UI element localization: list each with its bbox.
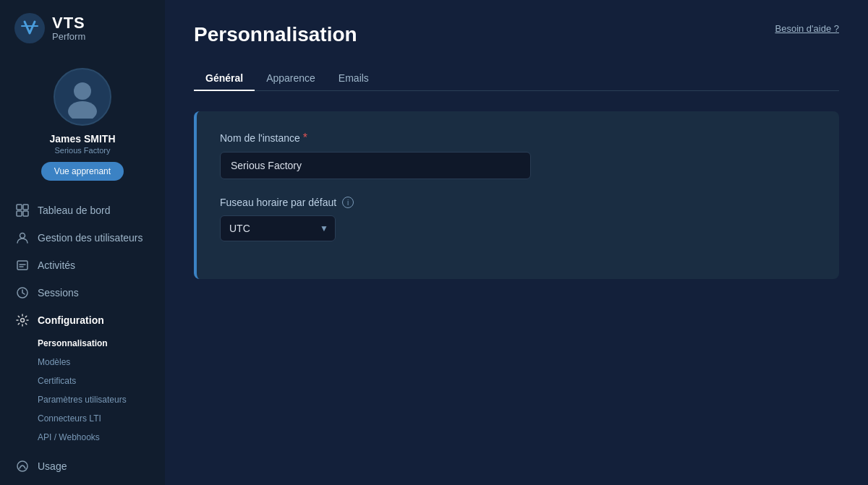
tab-general[interactable]: Général bbox=[194, 66, 255, 91]
subnav-certificats[interactable]: Certificats bbox=[0, 372, 165, 390]
svg-point-7 bbox=[20, 233, 25, 239]
svg-rect-3 bbox=[17, 205, 22, 210]
sidebar-item-label: Configuration bbox=[38, 314, 104, 326]
tab-emails[interactable]: Emails bbox=[327, 66, 380, 91]
instance-name-input[interactable] bbox=[220, 152, 531, 179]
sidebar-item-sessions[interactable]: Sessions bbox=[0, 279, 165, 306]
info-icon[interactable]: i bbox=[342, 197, 354, 208]
timezone-select-wrapper: UTC Europe/Paris America/New_York Asia/T… bbox=[220, 215, 336, 241]
tabs: Général Apparence Emails bbox=[194, 66, 839, 91]
profile-area: James SMITH Serious Factory Vue apprenan… bbox=[0, 56, 165, 188]
instance-name-label: Nom de l'instance * bbox=[220, 132, 816, 145]
subnav-api-webhooks[interactable]: API / Webhooks bbox=[0, 428, 165, 447]
logo-text: VTS Perform bbox=[52, 14, 85, 42]
user-company: Serious Factory bbox=[54, 146, 110, 155]
sidebar-item-gestion-utilisateurs[interactable]: Gestion des utilisateurs bbox=[0, 224, 165, 252]
svg-rect-4 bbox=[23, 205, 28, 210]
help-link[interactable]: Besoin d'aide ? bbox=[775, 23, 840, 34]
sidebar: VTS Perform James SMITH Serious Factory … bbox=[0, 0, 165, 485]
subnav-personnalisation[interactable]: Personnalisation bbox=[0, 334, 165, 353]
svg-rect-5 bbox=[17, 211, 22, 216]
svg-rect-8 bbox=[17, 261, 27, 270]
svg-rect-6 bbox=[23, 211, 28, 216]
timezone-label: Fuseau horaire par défaut i bbox=[220, 197, 816, 208]
sidebar-item-configuration[interactable]: Configuration bbox=[0, 306, 165, 334]
subnav-modeles[interactable]: Modèles bbox=[0, 353, 165, 372]
instance-name-field-group: Nom de l'instance * bbox=[220, 132, 816, 179]
svg-point-11 bbox=[17, 461, 27, 471]
tab-apparence[interactable]: Apparence bbox=[255, 66, 327, 91]
logo-area: VTS Perform bbox=[0, 0, 165, 56]
sidebar-item-label: Usage bbox=[38, 460, 67, 472]
sidebar-item-label: Tableau de bord bbox=[38, 205, 110, 216]
page-title: Personnalisation bbox=[194, 23, 357, 46]
vts-logo-icon bbox=[14, 13, 45, 43]
sidebar-item-activites[interactable]: Activités bbox=[0, 252, 165, 279]
sessions-icon bbox=[16, 286, 29, 299]
config-icon bbox=[16, 314, 29, 327]
svg-point-10 bbox=[21, 319, 25, 322]
svg-point-2 bbox=[68, 101, 97, 119]
sidebar-item-label: Sessions bbox=[38, 287, 79, 299]
sidebar-item-label: Gestion des utilisateurs bbox=[38, 232, 143, 244]
svg-point-0 bbox=[14, 13, 45, 43]
sidebar-item-usage[interactable]: Usage bbox=[0, 452, 165, 480]
logo-perform: Perform bbox=[52, 32, 85, 42]
logo-vts: VTS bbox=[52, 14, 85, 32]
required-star: * bbox=[303, 132, 307, 145]
svg-point-1 bbox=[74, 82, 91, 100]
sidebar-item-tableau-de-bord[interactable]: Tableau de bord bbox=[0, 197, 165, 224]
users-icon bbox=[16, 231, 29, 244]
main-content: Personnalisation Besoin d'aide ? Général… bbox=[165, 0, 868, 485]
subnav-parametres-utilisateurs[interactable]: Paramètres utilisateurs bbox=[0, 390, 165, 409]
configuration-subnav: Personnalisation Modèles Certificats Par… bbox=[0, 334, 165, 447]
page-header: Personnalisation Besoin d'aide ? bbox=[194, 23, 839, 46]
sidebar-item-label: Activités bbox=[38, 259, 75, 271]
learner-view-button[interactable]: Vue apprenant bbox=[41, 162, 124, 181]
user-name: James SMITH bbox=[49, 133, 115, 145]
activities-icon bbox=[16, 259, 29, 272]
avatar bbox=[54, 68, 111, 126]
form-card: Nom de l'instance * Fuseau horaire par d… bbox=[194, 111, 839, 279]
dashboard-icon bbox=[16, 204, 29, 217]
timezone-field-group: Fuseau horaire par défaut i UTC Europe/P… bbox=[220, 197, 816, 241]
nav-section: Tableau de bord Gestion des utilisateurs… bbox=[0, 197, 165, 480]
usage-icon bbox=[16, 460, 29, 473]
subnav-connecteurs-lti[interactable]: Connecteurs LTI bbox=[0, 409, 165, 428]
timezone-select[interactable]: UTC Europe/Paris America/New_York Asia/T… bbox=[220, 215, 336, 241]
